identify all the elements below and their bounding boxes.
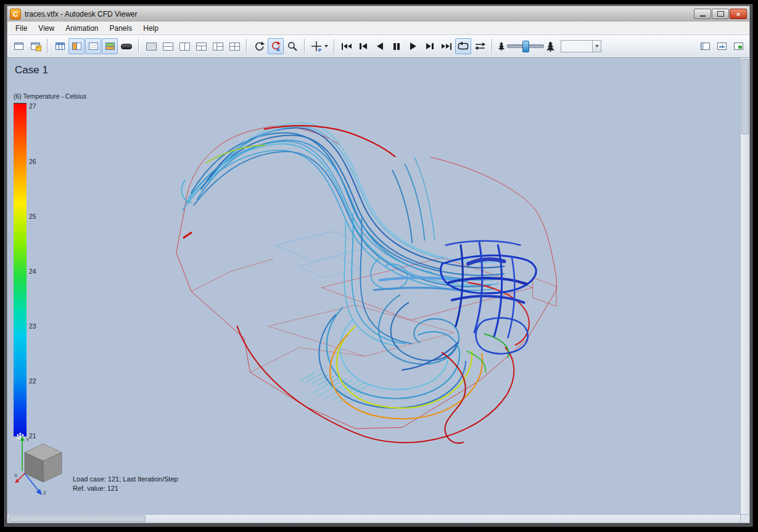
app-window: C traces.vtfx - Autodesk CFD Viewer × Fi…: [4, 4, 753, 527]
hide-bar-icon: [121, 44, 132, 49]
step-forward-button[interactable]: [422, 38, 438, 54]
window-title: traces.vtfx - Autodesk CFD Viewer: [25, 10, 694, 18]
layout-vsplit-button[interactable]: [176, 38, 192, 54]
dense-cluster: [441, 241, 537, 354]
legend-gradient-bar: [14, 103, 27, 436]
render-viewport[interactable]: Case 1 (6) Temperature - Celsius 27 26 2…: [7, 58, 740, 514]
layout-left-split-icon: [213, 43, 223, 51]
speed-slow-icon[interactable]: [498, 42, 505, 51]
horizontal-scrollbar-thumb[interactable]: [9, 515, 146, 522]
table-icon: [56, 43, 65, 50]
layout-top-split-icon: [196, 43, 207, 51]
cfd-scene[interactable]: [7, 58, 740, 514]
pane-left-icon: [701, 43, 710, 50]
menu-help[interactable]: Help: [138, 23, 164, 34]
window-add-icon: +: [31, 43, 40, 50]
toolbar-separator: [304, 39, 305, 54]
menu-bar: File View Animation Panels Help: [7, 22, 750, 35]
play-reverse-button[interactable]: [372, 38, 388, 54]
toolbar-separator: [246, 39, 247, 54]
layout-single-button[interactable]: [143, 38, 159, 54]
case-view-icon: [105, 43, 115, 50]
loop-bounce-button[interactable]: [472, 38, 488, 54]
color-legend: (6) Temperature - Celsius 27 26 25 24 23…: [14, 92, 86, 436]
add-viewer-button[interactable]: +: [27, 38, 43, 54]
legend-tick: 25: [29, 213, 36, 220]
layout-hsplit-icon: [163, 43, 173, 51]
speed-fast-icon[interactable]: [546, 41, 554, 52]
legend-tick: 23: [29, 322, 36, 330]
play-reverse-icon: [377, 43, 383, 50]
split-pane-view-button[interactable]: [68, 38, 84, 54]
speed-slider-track[interactable]: [507, 44, 544, 48]
legend-tick: 26: [29, 158, 36, 165]
rotate-icon: [253, 41, 265, 52]
layout-single-icon: [146, 43, 157, 51]
split-pane-icon: [72, 43, 81, 50]
chevron-down-icon: [595, 45, 599, 47]
legend-tick: 22: [29, 377, 36, 385]
window-icon: [14, 43, 23, 50]
case-title: Case 1: [15, 64, 48, 76]
frame-combo-dropdown[interactable]: [592, 41, 601, 52]
skip-end-button[interactable]: [439, 38, 455, 54]
table-button[interactable]: [52, 38, 68, 54]
rotate-button[interactable]: [251, 38, 267, 54]
zoom-button[interactable]: [284, 38, 300, 54]
toolbar-separator: [138, 39, 139, 54]
play-forward-button[interactable]: [405, 38, 421, 54]
probe-dropdown-caret: [324, 45, 328, 47]
layout-hsplit-button[interactable]: [160, 38, 176, 54]
legend-tick: 24: [29, 268, 36, 275]
layout-quad-button[interactable]: [226, 38, 242, 54]
open-viewer-button[interactable]: [10, 38, 27, 54]
case-view-button[interactable]: [102, 38, 118, 54]
menu-file[interactable]: File: [10, 23, 33, 34]
close-button[interactable]: ×: [730, 9, 747, 19]
app-logo-icon: C: [10, 9, 21, 20]
axis-z-label: Z: [43, 490, 46, 496]
step-forward-icon: [426, 43, 434, 49]
step-back-button[interactable]: [355, 38, 371, 54]
title-bar[interactable]: C traces.vtfx - Autodesk CFD Viewer ×: [7, 6, 750, 22]
frame-combo[interactable]: [561, 40, 601, 52]
skip-end-icon: [442, 43, 452, 50]
skip-start-button[interactable]: [339, 38, 355, 54]
orientation-cube[interactable]: Y Z X: [14, 433, 73, 501]
svg-text:A: A: [276, 47, 280, 52]
pane-new-button[interactable]: [730, 38, 746, 54]
pane-left-button[interactable]: [697, 38, 713, 54]
skip-start-icon: [342, 43, 352, 50]
maximize-button[interactable]: [712, 9, 729, 19]
menu-panels[interactable]: Panels: [104, 23, 138, 34]
status-line-1: Load case: 121; Last Iteration/Step: [73, 475, 178, 484]
axis-y-label: Y: [26, 437, 30, 443]
loop-repeat-icon: [457, 41, 470, 51]
horizontal-scrollbar[interactable]: [7, 514, 740, 523]
legend-tick: 27: [29, 102, 36, 110]
legend-tick-labels: 27 26 25 24 23 22 21: [29, 103, 45, 436]
pause-icon: [393, 43, 400, 50]
menu-view[interactable]: View: [33, 23, 60, 34]
hide-bar-button[interactable]: [118, 38, 134, 54]
minimize-button[interactable]: [694, 9, 711, 19]
pause-button[interactable]: [389, 38, 405, 54]
speed-slider-thumb[interactable]: [522, 41, 529, 52]
menu-animation[interactable]: Animation: [60, 23, 104, 34]
probe-button[interactable]: P: [309, 38, 330, 54]
toolbar-separator: [47, 39, 48, 54]
layout-vsplit-icon: [179, 43, 190, 51]
loop-repeat-button[interactable]: [455, 38, 471, 54]
vertical-scrollbar[interactable]: [740, 58, 749, 514]
frame-view-button[interactable]: [85, 38, 101, 54]
frame-view-icon: [89, 43, 98, 50]
layout-quad-icon: [229, 43, 240, 51]
pane-add-icon: [717, 43, 727, 50]
rotate-animate-button[interactable]: A: [268, 38, 284, 54]
vertical-scrollbar-thumb[interactable]: [741, 59, 749, 134]
nav-cube[interactable]: [25, 444, 62, 482]
pane-add-button[interactable]: [714, 38, 730, 54]
layout-left-split-button[interactable]: [210, 38, 226, 54]
probe-icon: P: [311, 41, 323, 52]
layout-top-split-button[interactable]: [193, 38, 209, 54]
